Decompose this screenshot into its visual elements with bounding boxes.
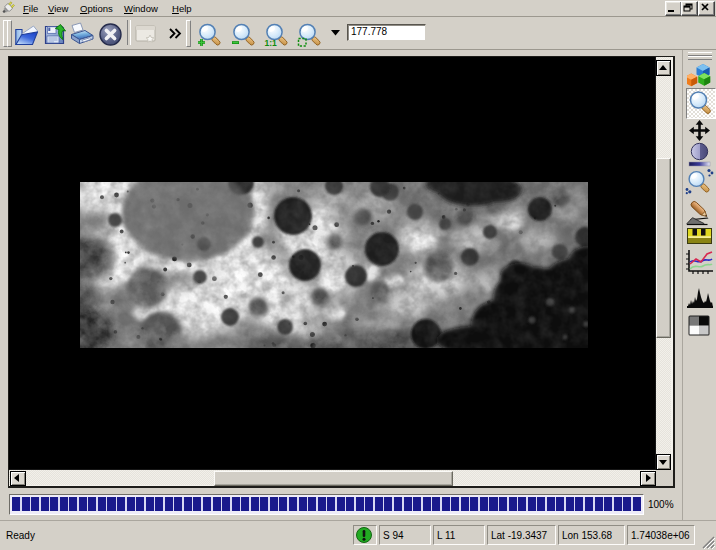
svg-text:1:1: 1:1 (265, 38, 278, 48)
